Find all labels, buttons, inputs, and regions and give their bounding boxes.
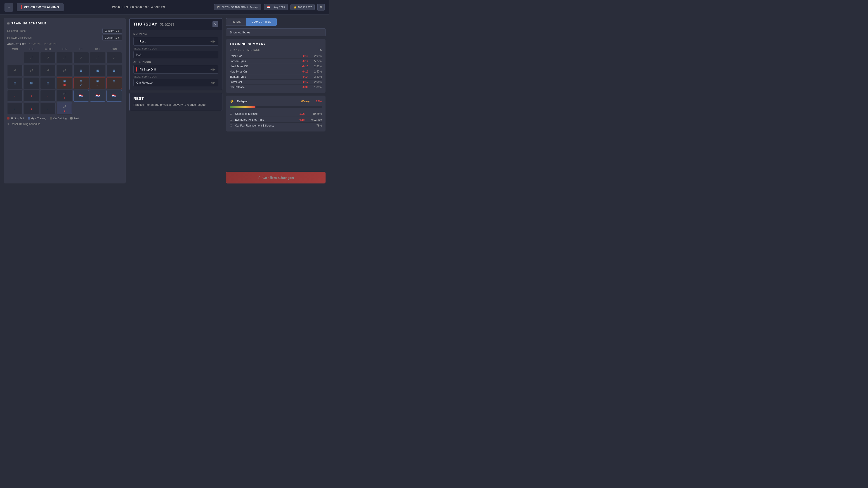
cal-cell-13[interactable]: ⊞	[90, 65, 105, 76]
page-title-badge: PIT CREW TRAINING	[17, 3, 64, 11]
cal-cell-15[interactable]: ⊞	[7, 77, 23, 89]
day-modal-header: THURSDAY 31/8/2023 ✕	[130, 19, 222, 30]
cal-cell-21[interactable]: ⊞ ↓	[106, 77, 122, 89]
calendar-grid: MON TUE WED THU FRI SAT SUN zz zz zz zz …	[7, 47, 122, 114]
rest-title: REST	[133, 97, 218, 101]
cal-cell-17[interactable]: ⊞	[40, 77, 56, 89]
preset-row: Selected Preset Custom ▲▼	[7, 28, 122, 34]
cal-cell-28[interactable]: 🇳🇱	[106, 90, 122, 102]
show-attributes-button[interactable]: Show Attributes	[226, 29, 326, 36]
training-summary-box: TRAINING SUMMARY CHANCE OF MISTAKE % Rai…	[226, 39, 326, 93]
focus-next-arrow[interactable]: ▶	[213, 81, 215, 84]
training-schedule-panel: ⊟ TRAINING SCHEDULE Selected Preset Cust…	[4, 18, 126, 184]
morning-activity-row[interactable]: Rest ◀ ▶	[133, 37, 218, 46]
cal-cell-20[interactable]: ⊞ ↙	[90, 77, 105, 89]
tab-cumulative[interactable]: CUMULATIVE	[246, 18, 277, 26]
focus-prev-arrow[interactable]: ◀	[211, 81, 213, 84]
summary-row: New Tyres On -0.16 2.57%	[230, 69, 322, 74]
summary-row: Car Release -0.39 1.09%	[230, 85, 322, 90]
morning-next-arrow[interactable]: ▶	[213, 40, 215, 43]
cal-cell-27[interactable]: 🇳🇱	[90, 90, 105, 102]
wip-label: WORK IN PROGRESS ASSETS	[67, 5, 211, 9]
cal-cell-25[interactable]: zz ↓	[57, 90, 72, 102]
cal-cell-24[interactable]: ↓	[40, 90, 56, 102]
cal-cell-5[interactable]: zz	[73, 52, 89, 64]
cal-cell-6[interactable]: zz	[90, 52, 105, 64]
morning-focus-label: SELECTED FOCUS	[133, 47, 218, 50]
fatigue-box: ⚡ Fatigue Weary 28% ⏱ Chance of Mistake …	[226, 96, 326, 131]
summary-row: Raise Car -0.16 2.91%	[230, 54, 322, 59]
panel-header: ⊟ TRAINING SCHEDULE	[7, 22, 122, 25]
focus-dropdown[interactable]: Custom ▲▼	[102, 35, 122, 40]
cal-cell-16[interactable]: ⊞	[24, 77, 39, 89]
schedule-icon: ⊟	[7, 22, 10, 25]
stat-row: ⏱ Estimated Pit Stop Time -0.18 0:02.339	[230, 117, 322, 123]
afternoon-focus-arrows[interactable]: ◀ ▶	[211, 81, 215, 84]
title-stripe	[21, 5, 22, 9]
dropdown-arrow: ▲▼	[115, 30, 120, 32]
afternoon-nav-arrows[interactable]: ◀ ▶	[211, 68, 215, 71]
cal-cell-9[interactable]: zz	[24, 65, 39, 76]
cal-cell-8[interactable]: zz	[7, 65, 23, 76]
budget-chip: 💰 $85,436,807	[290, 4, 315, 10]
morning-stripe	[136, 39, 137, 43]
morning-nav-arrows[interactable]: ◀ ▶	[211, 40, 215, 43]
fatigue-status: Weary	[301, 100, 310, 103]
cal-cell-31[interactable]: ↓	[40, 103, 56, 114]
cal-cell-10[interactable]: zz	[40, 65, 56, 76]
preset-dropdown[interactable]: Custom ▲▼	[102, 28, 122, 34]
cal-cell-empty2	[73, 103, 89, 114]
summary-row: Loosen Tyres -0.12 5.77%	[230, 59, 322, 64]
reset-schedule-button[interactable]: ↺ Reset Training Schedule	[7, 123, 122, 126]
stat-icon: ⏱	[230, 112, 233, 116]
month-label: AUGUST 2023 1/8/2023 - 31/8/2023	[7, 43, 122, 45]
cal-cell-11[interactable]: zz	[57, 65, 72, 76]
afternoon-activity-row[interactable]: Pit Stop Drill ◀ ▶	[133, 65, 218, 74]
percentage-icon: %	[319, 48, 322, 52]
cal-cell-thu-selected[interactable]: zz ↓	[57, 103, 72, 114]
cal-cell-23[interactable]: ↓	[24, 90, 39, 102]
stat-row: ⏱ Chance of Mistake -1.06 19.25%	[230, 111, 322, 117]
settings-button[interactable]: ⚙	[317, 4, 324, 11]
afternoon-next-arrow[interactable]: ▶	[213, 68, 215, 71]
cal-cell-26[interactable]: 🇳🇱	[73, 90, 89, 102]
cal-cell-29[interactable]: ↓	[7, 103, 23, 114]
calendar-legend: Pit Stop Drill Gym Training Car Building…	[7, 117, 122, 120]
day-date: 31/8/2023	[160, 23, 174, 26]
cal-cell-14[interactable]: ⊞	[106, 65, 122, 76]
cal-cell-12[interactable]: ⊞	[73, 65, 89, 76]
right-panel: TOTAL CUMULATIVE Show Attributes TRAININ…	[226, 18, 326, 184]
stat-icon: ⏱	[230, 124, 233, 127]
cal-cell-2[interactable]: zz	[24, 52, 39, 64]
summary-rows: Raise Car -0.16 2.91% Loosen Tyres -0.12…	[230, 54, 322, 90]
modal-close-button[interactable]: ✕	[213, 21, 218, 27]
afternoon-label: AFTERNOON	[133, 61, 218, 63]
cal-cell-18[interactable]: ⊞ ⊞	[57, 77, 72, 89]
back-button[interactable]: ←	[4, 3, 13, 11]
morning-prev-arrow[interactable]: ◀	[211, 40, 213, 43]
cal-cell-4[interactable]: zz	[57, 52, 72, 64]
tab-total[interactable]: TOTAL	[226, 18, 246, 26]
legend-dot-blue	[28, 117, 30, 120]
topbar-right: 🏁 DUTCH GRAND PRIX in 24 days 📅 1 Aug, 2…	[214, 4, 324, 11]
fatigue-row: ⚡ Fatigue Weary 28%	[230, 99, 322, 104]
cal-cell-19[interactable]: ⊞ ↙	[73, 77, 89, 89]
confirm-icon: ✓	[257, 175, 260, 180]
afternoon-prev-arrow[interactable]: ◀	[211, 68, 213, 71]
fatigue-bar-background	[230, 106, 322, 108]
cal-cell-3[interactable]: zz	[40, 52, 56, 64]
confirm-changes-button[interactable]: ✓ Confirm Changes	[226, 172, 326, 184]
cal-cell-22[interactable]: ↓	[7, 90, 23, 102]
rest-info-box: REST Practice mental and physical recove…	[129, 93, 222, 111]
reset-icon: ↺	[7, 123, 9, 126]
cal-cell-30[interactable]: ↓	[24, 103, 39, 114]
afternoon-focus-item[interactable]: Car Release ◀ ▶	[133, 79, 218, 86]
cal-header-tue: TUE	[24, 47, 39, 51]
topbar: ← PIT CREW TRAINING WORK IN PROGRESS ASS…	[0, 0, 329, 14]
summary-row: Lower Car -0.17 2.04%	[230, 79, 322, 85]
date-chip: 📅 1 Aug, 2023	[264, 4, 288, 10]
calendar-icon: 📅	[267, 6, 270, 8]
cal-cell-7[interactable]: zz	[106, 52, 122, 64]
summary-row: Used Tyres Off -0.16 2.81%	[230, 64, 322, 69]
day-modal: THURSDAY 31/8/2023 ✕ MORNING Rest ◀ ▶ SE…	[129, 18, 222, 90]
